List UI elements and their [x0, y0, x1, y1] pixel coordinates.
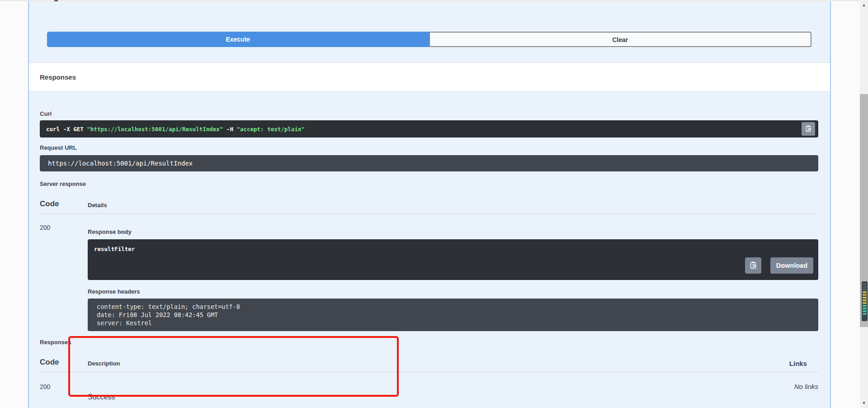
code-column-header: Code	[40, 357, 88, 367]
clipboard-icon	[749, 261, 757, 270]
description-column-header: Description	[88, 360, 760, 367]
header-line: content-type: text/plain; charset=utf-8	[97, 303, 809, 311]
download-button[interactable]: Download	[770, 257, 813, 274]
execute-button[interactable]: Execute	[47, 32, 429, 47]
request-url-label: Request URL	[40, 144, 818, 151]
responses-section-title: Responses	[40, 73, 76, 81]
doc-status-code: 200	[40, 383, 88, 402]
doc-description-cell: Success	[88, 383, 760, 402]
doc-links-text: No links	[760, 383, 818, 402]
request-url-box: https://localhost:5001/api/ResultIndex	[40, 155, 818, 171]
server-response-table-header: Code Details	[40, 199, 818, 214]
response-headers-box: content-type: text/plain; charset=utf-8 …	[88, 299, 818, 331]
scroll-minimap	[862, 281, 868, 321]
response-headers-label: Response headers	[88, 288, 818, 295]
response-body-actions: Download	[745, 257, 813, 274]
response-details-cell: Response body resultFilter	[88, 223, 818, 331]
response-body-label: Response body	[88, 228, 818, 235]
vertical-scrollbar[interactable]: ▲ ▼	[860, 0, 868, 408]
response-body-text: resultFilter	[94, 246, 135, 252]
responses-doc-label: Responses	[40, 339, 818, 346]
clipboard-icon	[805, 125, 812, 133]
swagger-page: Execute Clear Responses Curl curl -X GET…	[0, 0, 860, 408]
curl-label: Curl	[40, 110, 818, 117]
responses-doc-table-header: Code Description Links	[40, 357, 818, 372]
doc-description-text: Success	[88, 393, 760, 402]
links-column-header: Links	[760, 360, 818, 367]
response-body-box: resultFilter	[88, 239, 818, 280]
execute-clear-row: Execute Clear	[47, 32, 811, 47]
header-line: date: Fri08 Jul 2022 08:42:45 GMT	[97, 311, 809, 319]
curl-command-box: curl -X GET "https://localhost:5001/api/…	[40, 120, 818, 138]
scroll-up-arrow-icon[interactable]: ▲	[860, 1, 868, 9]
scroll-down-arrow-icon[interactable]: ▼	[860, 399, 868, 407]
details-column-header: Details	[88, 202, 818, 209]
code-column-header: Code	[40, 199, 88, 209]
clear-button[interactable]: Clear	[429, 32, 812, 47]
server-response-row: 200 Response body resultFilter	[40, 214, 818, 331]
curl-command-text: curl -X GET	[46, 126, 87, 133]
copy-response-button[interactable]	[745, 257, 761, 274]
responses-section-header: Responses	[29, 62, 830, 91]
responses-content: Curl curl -X GET "https://localhost:5001…	[29, 110, 830, 402]
header-line: server: Kestrel	[97, 319, 809, 327]
operation-panel: Execute Clear Responses Curl curl -X GET…	[28, 1, 831, 408]
table-row: 200 Success No links	[40, 372, 818, 402]
response-status-code: 200	[40, 223, 88, 331]
server-response-label: Server response	[40, 180, 818, 187]
copy-curl-button[interactable]	[802, 122, 815, 136]
